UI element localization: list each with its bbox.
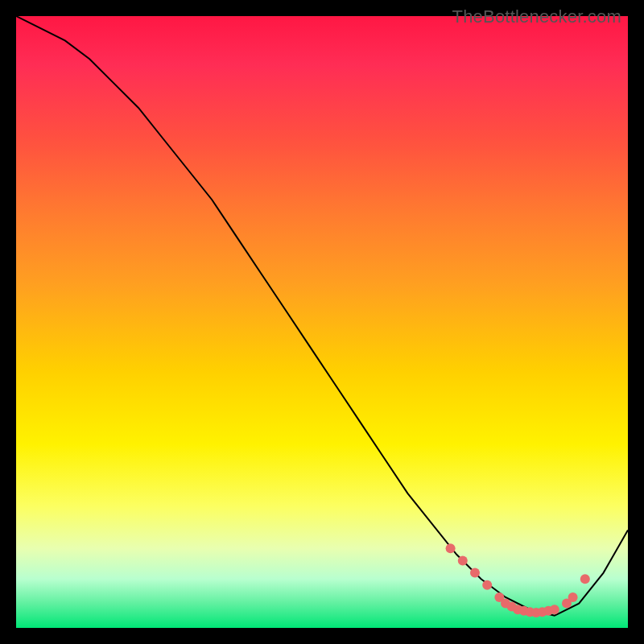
- sample-dot: [580, 574, 590, 584]
- bottleneck-curve: [16, 16, 628, 616]
- sample-dot: [482, 580, 492, 590]
- sample-dot: [568, 592, 578, 602]
- sample-dot: [550, 605, 559, 614]
- sample-dot: [470, 568, 480, 578]
- plot-area: [16, 16, 628, 628]
- sample-dot: [446, 543, 456, 553]
- marker-group: [446, 543, 590, 617]
- chart-viewport: TheBottlenecker.com: [0, 0, 644, 644]
- sample-dot: [458, 555, 468, 565]
- curve-layer: [16, 16, 628, 628]
